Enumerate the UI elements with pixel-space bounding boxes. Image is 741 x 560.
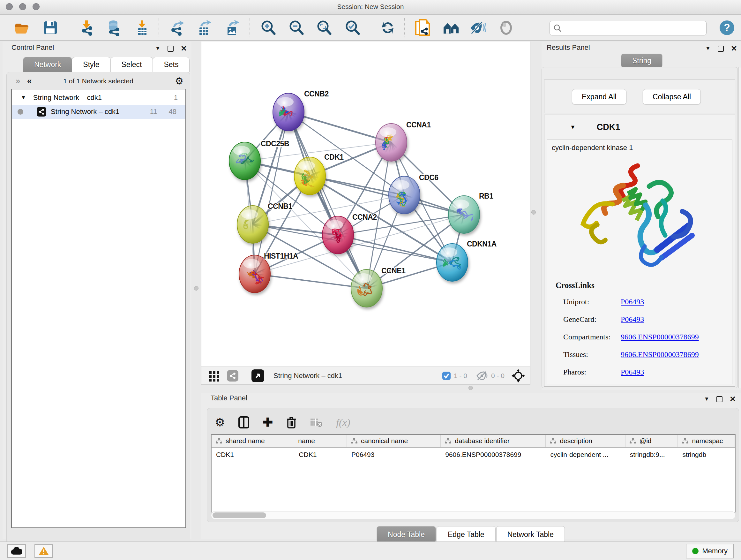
add-column-plus-icon[interactable]: ✚	[263, 415, 273, 429]
import-network-database-button[interactable]	[105, 19, 122, 36]
gene-collapse-icon[interactable]: ▼	[570, 124, 576, 131]
show-columns-icon[interactable]	[239, 416, 249, 428]
show-all-button[interactable]	[498, 19, 515, 36]
search-field[interactable]	[549, 21, 706, 36]
crosslinks-title: CrossLinks	[556, 281, 595, 290]
help-button[interactable]: ?	[719, 19, 735, 36]
first-neighbors-button[interactable]	[443, 19, 460, 36]
results-panel-float-icon[interactable]	[718, 46, 724, 52]
column-header-database-identifier[interactable]: database identifier	[441, 435, 546, 447]
table-cell[interactable]: stringdb	[678, 448, 735, 462]
node-ccne1[interactable]	[351, 269, 382, 307]
control-panel-menu-icon[interactable]: ▼	[155, 45, 160, 52]
export-table-button[interactable]	[196, 19, 212, 36]
fit-selected-crosshair-icon[interactable]	[512, 369, 525, 382]
search-input[interactable]	[562, 24, 706, 32]
tab-sets[interactable]: Sets	[152, 57, 190, 72]
results-panel-close-icon[interactable]: ✕	[731, 44, 737, 53]
node-ccna1[interactable]	[376, 124, 407, 161]
save-session-button[interactable]	[42, 19, 59, 36]
left-splitter-handle[interactable]	[194, 286, 199, 291]
horizontal-splitter-handle[interactable]	[468, 386, 473, 390]
node-label-ccna2: CCNA2	[352, 213, 377, 221]
node-cdk1[interactable]	[294, 157, 326, 195]
network-collection-row[interactable]: ▼ String Network – cdk1 1	[12, 91, 185, 105]
cloud-status-button[interactable]	[7, 544, 26, 558]
node-table[interactable]: shared namenamecanonical namedatabase id…	[211, 434, 736, 512]
string-network-graph[interactable]: CCNB2CCNA1CDC25BCDK1CDC6RB1CCNB1CCNA2CDK…	[201, 42, 531, 367]
node-cdc6[interactable]	[389, 176, 420, 215]
collapse-all-button[interactable]: Collapse All	[643, 89, 701, 105]
tab-network[interactable]: Network	[23, 57, 72, 72]
network-canvas[interactable]: CCNB2CCNA1CDC25BCDK1CDC6RB1CCNB1CCNA2CDK…	[201, 42, 530, 367]
crosslink-link[interactable]: P06493	[621, 315, 644, 324]
column-header-namespac[interactable]: namespac	[678, 435, 735, 447]
node-ccnb2[interactable]	[273, 93, 304, 131]
node-ccnb1[interactable]	[237, 206, 268, 243]
table-cell[interactable]: P06493	[347, 448, 441, 462]
collection-expand-icon[interactable]: ▼	[21, 95, 26, 101]
tab-node-table[interactable]: Node Table	[377, 526, 436, 543]
crosslink-link[interactable]: P06493	[621, 298, 644, 306]
network-options-gear-icon[interactable]: ⚙	[175, 75, 184, 86]
table-panel-menu-icon[interactable]: ▼	[704, 396, 710, 402]
open-session-button[interactable]	[13, 19, 30, 36]
zoom-out-button[interactable]	[288, 19, 305, 36]
node-ccna2[interactable]	[322, 216, 354, 254]
crosslink-link[interactable]: P06493	[621, 368, 644, 376]
node-hist1h1a[interactable]	[239, 255, 270, 293]
table-panel-close-icon[interactable]: ✕	[730, 395, 736, 403]
expand-all-button[interactable]: Expand All	[572, 89, 626, 105]
refresh-view-button[interactable]	[380, 19, 396, 36]
crosslink-link[interactable]: 9606.ENSP00000378699	[621, 333, 699, 341]
results-panel-menu-icon[interactable]: ▼	[705, 45, 711, 52]
import-network-file-button[interactable]	[78, 19, 95, 36]
clone-network-button[interactable]	[414, 19, 431, 36]
node-rb1[interactable]	[448, 196, 480, 233]
crosslink-link[interactable]: 9606.ENSP00000378699	[621, 350, 699, 359]
birds-eye-view-icon[interactable]	[252, 369, 264, 382]
delete-column-trash-icon[interactable]	[286, 416, 296, 428]
column-header-shared-name[interactable]: shared name	[212, 435, 294, 447]
table-row[interactable]: CDK1CDK1P064939606.ENSP00000378699cyclin…	[212, 448, 735, 462]
protein-structure-image	[569, 155, 704, 276]
tab-style[interactable]: Style	[72, 57, 111, 72]
network-view-share-icon[interactable]	[227, 370, 239, 381]
control-panel-float-icon[interactable]	[167, 46, 174, 52]
export-image-button[interactable]	[223, 19, 240, 36]
column-header--id[interactable]: @id	[625, 435, 678, 447]
zoom-in-button[interactable]	[260, 19, 276, 36]
table-panel-float-icon[interactable]	[717, 396, 723, 402]
column-header-name[interactable]: name	[294, 435, 347, 447]
scrollbar-thumb[interactable]	[212, 512, 266, 518]
refresh-icon	[380, 20, 396, 36]
table-cell[interactable]: cyclin-dependent ...	[546, 448, 625, 462]
tab-network-table[interactable]: Network Table	[496, 526, 565, 543]
tab-string[interactable]: String	[621, 54, 663, 68]
column-header-canonical-name[interactable]: canonical name	[347, 435, 441, 447]
selected-checkbox-icon[interactable]	[442, 371, 451, 381]
grid-view-icon[interactable]	[208, 370, 220, 381]
hidden-eye-icon[interactable]	[476, 371, 488, 381]
hide-selected-button[interactable]	[470, 19, 486, 36]
right-splitter-handle[interactable]	[531, 210, 536, 214]
column-header-description[interactable]: description	[546, 435, 625, 447]
node-cdkn1a[interactable]	[436, 244, 468, 281]
results-scrollbar[interactable]	[738, 67, 741, 388]
table-horizontal-scrollbar[interactable]	[211, 511, 736, 519]
network-row-selected[interactable]: String Network – cdk1 11 48	[12, 105, 185, 119]
warnings-button[interactable]	[35, 544, 53, 558]
memory-button[interactable]: Memory	[686, 544, 734, 558]
export-network-button[interactable]	[169, 19, 185, 36]
tab-edge-table[interactable]: Edge Table	[436, 526, 495, 543]
control-panel-close-icon[interactable]: ✕	[181, 44, 187, 53]
import-table-button[interactable]	[134, 19, 151, 36]
tab-select[interactable]: Select	[111, 57, 153, 72]
table-cell[interactable]: CDK1	[212, 448, 294, 462]
zoom-fit-button[interactable]	[316, 19, 332, 36]
zoom-selected-button[interactable]	[344, 19, 360, 36]
table-cell[interactable]: CDK1	[294, 448, 347, 462]
table-settings-gear-icon[interactable]: ⚙	[215, 416, 225, 429]
table-cell[interactable]: 9606.ENSP00000378699	[441, 448, 546, 462]
table-cell[interactable]: stringdb:9...	[625, 448, 678, 462]
